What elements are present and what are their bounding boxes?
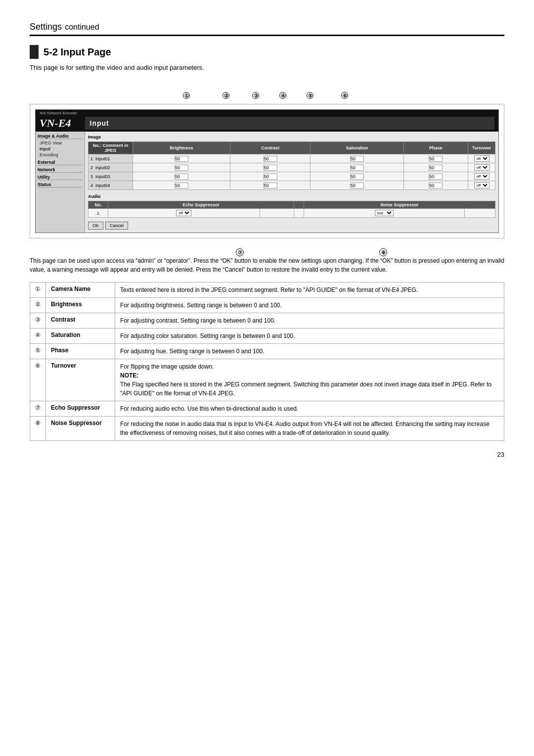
row1-contrast[interactable] [230,154,311,163]
ref-num-1: ① [30,283,46,298]
ref-row-camera-name: ① Camera Name Texts entered here is stor… [30,283,504,298]
section-title-block: 5-2 Input Page [30,45,504,59]
col-contrast: Contrast [230,142,311,154]
row3-brightness[interactable] [133,172,230,181]
row2-saturation[interactable] [311,163,403,172]
row4-phase[interactable] [403,181,468,190]
sidebar-group-title-utility: Utility [38,175,83,180]
ref-label-saturation: Saturation [46,329,115,344]
section-title-bar [30,45,39,59]
row1-brightness[interactable] [133,154,230,163]
ref-row-noise: ⑧ Noise Suppressor For reducing the nois… [30,417,504,441]
ref-row-saturation: ④ Saturation For adjusting color saturat… [30,329,504,344]
ref-row-contrast: ③ Contrast For adjusting contrast. Setti… [30,313,504,329]
device-button-row: OK Cancel [88,222,495,230]
sidebar-item-encoding[interactable]: Encoding [38,152,83,158]
ok-button[interactable]: OK [88,222,103,230]
ann-6: ⑥ [341,92,348,99]
ann-5: ⑤ [307,92,313,99]
row4-turnover[interactable]: offon [468,181,495,190]
row4-saturation[interactable] [311,181,403,190]
section-title-text: 5-2 Input Page [44,47,111,58]
page-header: Settings continued [30,20,504,36]
row1-saturation[interactable] [311,154,403,163]
ref-label-echo: Echo Suppressor [46,401,115,417]
page-title: Settings continued [30,20,504,33]
sidebar-group-external: External [38,160,83,165]
audio-col-spacer [294,201,304,209]
col-phase: Phase [403,142,468,154]
sidebar-group-title-external: External [38,160,83,165]
col-turnover: Turnover [468,142,495,154]
ref-label-contrast: Contrast [46,313,115,329]
audio-col-echo: Echo Suppressor [108,201,294,209]
col-brightness: Brightness [133,142,230,154]
ref-label-turnover: Turnover [46,359,115,401]
ref-num-2: ② [30,298,46,313]
device-body: Image & Audio JPEG View Input Encoding E… [36,132,498,233]
ref-desc-turnover: For flipping the image upside down. NOTE… [115,359,504,401]
table-row: 3 input03 offon [89,172,495,181]
audio-row1-echo-val[interactable]: offon [108,209,260,218]
row2-turnover[interactable]: offon [468,163,495,172]
audio-row1-noise-empty [464,209,495,218]
ann-1: ① [183,92,190,99]
ref-label-noise: Noise Suppressor [46,417,115,441]
audio-row1-spacer [294,209,304,218]
audio-row1-noise-val[interactable]: lowoffhigh [304,209,464,218]
ref-desc-saturation: For adjusting color saturation. Setting … [115,329,504,344]
page-number: 23 [30,451,504,458]
row4-brightness[interactable] [133,181,230,190]
sidebar-group-title-network: Network [38,167,83,173]
audio-row1-echo-empty [260,209,294,218]
sidebar-group-network: Network [38,167,83,173]
row3-name: 3 input03 [89,172,133,181]
col-no-comment: No.: Comment in JPEG [89,142,133,154]
row2-contrast[interactable] [230,163,311,172]
sidebar-item-jpeg-view[interactable]: JPEG View [38,140,83,146]
ann-4: ④ [279,92,286,99]
row2-phase[interactable] [403,163,468,172]
reference-table: ① Camera Name Texts entered here is stor… [30,282,504,441]
ann-8-circle: ⑧ [379,248,387,256]
row1-phase[interactable] [403,154,468,163]
audio-table-row: 1 offon lowoffhigh [89,209,495,218]
row2-name: 2 input02 [89,163,133,172]
row2-brightness[interactable] [133,163,230,172]
ref-num-6: ⑥ [30,359,46,401]
sidebar-item-input[interactable]: Input [38,146,83,152]
sidebar-group-image-audio: Image & Audio JPEG View Input Encoding [38,134,83,158]
audio-col-no: No. [89,201,108,209]
input-label: Input [90,119,109,127]
bottom-annotations: ⑦ ⑧ [168,247,455,256]
ref-row-echo: ⑦ Echo Suppressor For reducing audio ech… [30,401,504,417]
audio-row1-no: 1 [89,209,108,218]
row4-contrast[interactable] [230,181,311,190]
intro-text: This page is for setting the video and a… [30,64,504,71]
ref-label-camera-name: Camera Name [46,283,115,298]
ref-num-7: ⑦ [30,401,46,417]
row3-turnover[interactable]: offon [468,172,495,181]
ref-desc-echo: For reducing audio echo. Use this when b… [115,401,504,417]
col-saturation: Saturation [311,142,403,154]
ref-num-5: ⑤ [30,344,46,359]
ref-desc-camera-name: Texts entered here is stored in the JPEG… [115,283,504,298]
ref-num-3: ③ [30,313,46,329]
ann-3: ③ [252,92,259,99]
ann-2: ② [222,92,229,99]
row4-name: 4 input04 [89,181,133,190]
device-main: Image No.: Comment in JPEG Brightness Co… [85,132,498,233]
device-logo: VN-E4 [40,117,71,130]
row3-contrast[interactable] [230,172,311,181]
row1-name: 1 input01 [89,154,133,163]
row3-phase[interactable] [403,172,468,181]
sidebar-group-title-status: Status [38,182,83,188]
device-screenshot: 4ch Network Encoder VN-E4 Input Image & … [30,104,504,238]
audio-col-noise: Noise Suppressor [304,201,495,209]
cancel-button[interactable]: Cancel [105,222,128,230]
row3-saturation[interactable] [311,172,403,181]
row1-turnover[interactable]: offon [468,154,495,163]
audio-section-title: Audio [88,194,495,199]
ref-desc-brightness: For adjusting brightness. Setting range … [115,298,504,313]
ref-num-8: ⑧ [30,417,46,441]
